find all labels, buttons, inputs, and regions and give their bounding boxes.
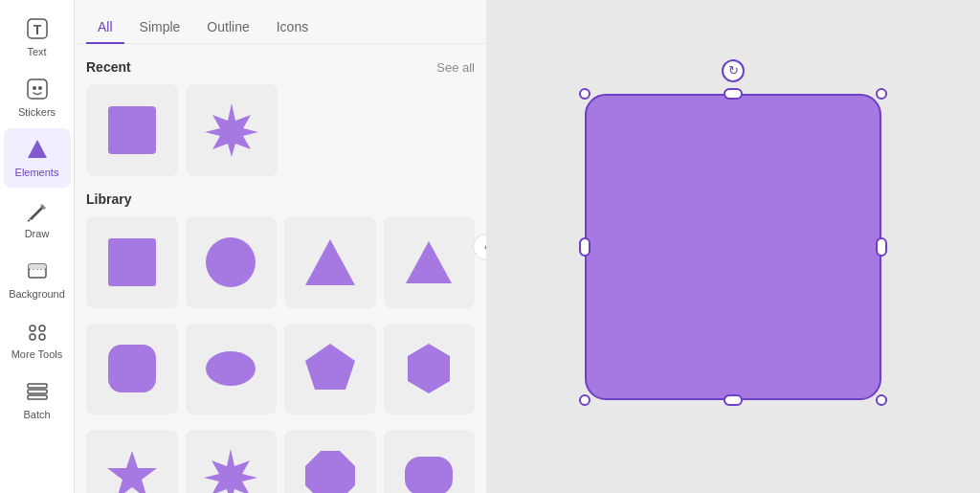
recent-title: Recent: [86, 59, 131, 75]
svg-text:T: T: [33, 22, 41, 37]
library-shapes-grid-row2: [86, 324, 475, 415]
library-shape-rounded-rect[interactable]: [384, 430, 476, 493]
sidebar-nav: T Text Stickers Elements: [0, 0, 75, 493]
library-shape-ellipse[interactable]: [186, 324, 278, 415]
handle-top-right[interactable]: [876, 88, 887, 100]
sidebar-item-background[interactable]: Background: [4, 250, 71, 308]
library-section-header: Library: [86, 191, 475, 207]
library-title: Library: [86, 191, 131, 207]
panel-content: Recent See all Library: [75, 44, 486, 493]
library-shapes-grid-row1: [86, 216, 475, 308]
canvas-shape-rectangle[interactable]: [585, 94, 881, 400]
svg-point-20: [206, 237, 256, 287]
tabs-row: All Simple Outline Icons: [75, 0, 486, 44]
sidebar-item-stickers[interactable]: Stickers: [4, 68, 71, 126]
tab-outline[interactable]: Outline: [195, 11, 260, 44]
library-shape-triangle2[interactable]: [384, 216, 476, 308]
sidebar-item-batch[interactable]: Batch: [4, 370, 71, 429]
selected-shape-container: ↻: [585, 94, 881, 400]
sidebar-item-batch-label: Batch: [23, 409, 50, 421]
handle-middle-left[interactable]: [579, 237, 590, 257]
canvas-area[interactable]: ↻: [486, 0, 980, 493]
recent-shape-square[interactable]: [86, 84, 178, 176]
handle-middle-right[interactable]: [876, 237, 887, 257]
svg-rect-30: [405, 457, 453, 493]
svg-point-4: [38, 86, 42, 90]
svg-point-10: [30, 325, 35, 331]
see-all-button[interactable]: See all: [436, 60, 475, 75]
sidebar-item-more-tools[interactable]: More Tools: [4, 310, 71, 369]
sidebar-item-elements-label: Elements: [15, 167, 59, 179]
svg-rect-2: [28, 79, 47, 99]
library-shape-square[interactable]: [86, 216, 178, 308]
sidebar-item-draw-label: Draw: [25, 228, 50, 240]
svg-rect-23: [108, 345, 156, 392]
recent-shape-starburst[interactable]: [186, 84, 278, 176]
library-shape-pentagon[interactable]: [284, 324, 376, 415]
svg-point-12: [30, 334, 35, 340]
svg-marker-29: [305, 451, 355, 493]
svg-rect-9: [29, 264, 46, 269]
svg-line-6: [28, 220, 30, 221]
svg-point-24: [206, 351, 256, 386]
svg-point-3: [33, 86, 36, 90]
sidebar-item-text-label: Text: [27, 46, 46, 58]
library-shape-triangle[interactable]: [284, 216, 376, 308]
sidebar-item-more-tools-label: More Tools: [11, 348, 63, 361]
recent-shapes-grid: [86, 84, 278, 176]
tab-all[interactable]: All: [86, 11, 124, 44]
elements-panel: All Simple Outline Icons Recent See all: [75, 0, 486, 493]
svg-rect-15: [28, 390, 47, 393]
library-shape-hexagon[interactable]: [384, 324, 476, 415]
sidebar-item-background-label: Background: [9, 288, 65, 301]
library-shape-circle[interactable]: [186, 216, 278, 308]
svg-marker-27: [107, 451, 157, 493]
svg-marker-5: [28, 140, 47, 158]
text-icon: T: [24, 15, 51, 42]
library-shape-rounded-square[interactable]: [86, 324, 178, 415]
handle-top-left[interactable]: [579, 88, 590, 100]
svg-marker-25: [305, 344, 355, 390]
svg-marker-26: [408, 344, 450, 393]
svg-marker-21: [305, 239, 355, 285]
svg-marker-22: [406, 241, 452, 283]
tab-icons[interactable]: Icons: [265, 11, 320, 44]
stickers-icon: [24, 76, 51, 102]
svg-rect-16: [28, 395, 47, 399]
svg-rect-19: [108, 238, 156, 286]
rotate-handle[interactable]: ↻: [722, 59, 745, 82]
handle-bottom-right[interactable]: [876, 394, 887, 406]
svg-rect-17: [108, 106, 156, 154]
svg-marker-18: [205, 103, 258, 157]
svg-point-11: [39, 325, 45, 331]
background-icon: [24, 258, 51, 284]
library-shape-octagon[interactable]: [284, 430, 376, 493]
batch-icon: [24, 378, 51, 405]
handle-top-middle[interactable]: [724, 88, 743, 100]
svg-point-13: [39, 334, 45, 340]
library-shape-starburst[interactable]: [186, 430, 278, 493]
draw-icon: [24, 197, 51, 224]
library-shapes-grid-row3: [86, 430, 475, 493]
handle-bottom-left[interactable]: [579, 394, 590, 406]
sidebar-item-stickers-label: Stickers: [18, 106, 56, 119]
sidebar-item-text[interactable]: T Text: [4, 8, 71, 66]
library-shape-star[interactable]: [86, 430, 178, 493]
tab-simple[interactable]: Simple: [128, 11, 192, 44]
recent-section-header: Recent See all: [86, 59, 475, 75]
svg-marker-28: [204, 449, 257, 493]
sidebar-item-draw[interactable]: Draw: [4, 190, 71, 248]
handle-bottom-middle[interactable]: [724, 394, 743, 406]
elements-icon: [24, 136, 51, 163]
sidebar-item-elements[interactable]: Elements: [4, 128, 71, 187]
more-tools-icon: [24, 318, 51, 345]
svg-rect-14: [28, 384, 47, 388]
